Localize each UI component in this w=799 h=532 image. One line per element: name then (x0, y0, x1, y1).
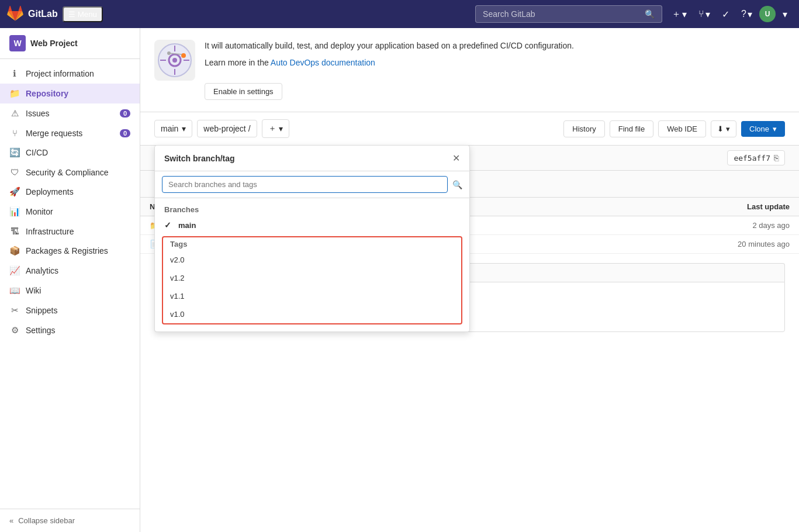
avatar-dropdown-button[interactable]: ▾ (778, 6, 792, 22)
sidebar-item-label: Snippets (26, 306, 57, 315)
sidebar-item-label: Security & Compliance (26, 168, 109, 177)
issues-icon: ⚠ (9, 108, 20, 119)
download-button[interactable]: ⬇ ▾ (711, 120, 736, 137)
branch-selector[interactable]: main ▾ (154, 120, 192, 137)
navbar: GitLab ☰ Menu 🔍 ＋ ▾ ⑂ ▾ ✓ ? ▾ U ▾ (0, 0, 799, 28)
clone-button[interactable]: Clone ▾ (741, 121, 785, 137)
autodevops-text: It will automatically build, test, and d… (205, 40, 785, 100)
collapse-icon: « (9, 516, 13, 525)
switch-branch-body: Branches ✓ main Tags v2.0 v1.2 v1.1 v1.0 (155, 198, 469, 331)
autodevops-banner: It will automatically build, test, and d… (140, 28, 799, 112)
merge-request-icon: ⑂ (698, 9, 704, 19)
tag-item-v11[interactable]: v1.1 (163, 287, 461, 305)
plus-icon: ＋ (672, 8, 681, 20)
project-name: Web Project (30, 39, 78, 48)
clone-label: Clone (749, 125, 769, 133)
tag-item-v20[interactable]: v2.0 (163, 251, 461, 269)
chevron-down-icon: ▾ (783, 9, 787, 20)
hamburger-icon: ☰ (68, 10, 75, 19)
sidebar: W Web Project ℹ Project information 📁 Re… (0, 28, 140, 532)
chevron-down-icon: ▾ (726, 125, 730, 133)
sidebar-project[interactable]: W Web Project (0, 28, 140, 59)
sidebar-item-wiki[interactable]: 📖 Wiki (0, 281, 140, 300)
checkmark-icon: ✓ (164, 220, 174, 230)
global-search[interactable]: 🔍 (475, 5, 662, 23)
switch-branch-close-button[interactable]: ✕ (452, 153, 460, 164)
branch-search-input[interactable] (162, 176, 448, 193)
copy-hash-button[interactable]: ⎘ (774, 153, 779, 163)
svg-point-7 (181, 53, 186, 58)
search-input[interactable] (483, 9, 640, 19)
find-file-button[interactable]: Find file (610, 120, 654, 137)
autodevops-link[interactable]: Auto DevOps documentation (271, 58, 375, 67)
sidebar-item-label: Wiki (26, 286, 41, 295)
sidebar-item-analytics[interactable]: 📈 Analytics (0, 261, 140, 281)
sidebar-item-label: CI/CD (26, 148, 48, 157)
sidebar-item-issues[interactable]: ⚠ Issues 0 (0, 103, 140, 123)
help-button[interactable]: ? ▾ (736, 6, 757, 22)
layout: W Web Project ℹ Project information 📁 Re… (0, 28, 799, 532)
copy-icon: ⎘ (774, 153, 779, 163)
history-button[interactable]: History (563, 120, 604, 137)
svg-point-2 (172, 58, 177, 63)
sidebar-item-label: Deployments (26, 187, 74, 196)
switch-branch-dropdown: Switch branch/tag ✕ 🔍 Branches ✓ main Ta… (154, 145, 470, 332)
chevron-down-icon: ▾ (773, 125, 777, 133)
sidebar-item-project-information[interactable]: ℹ Project information (0, 64, 140, 84)
autodevops-description: It will automatically build, test, and d… (205, 40, 785, 52)
create-button[interactable]: ＋ ▾ (667, 6, 691, 23)
tags-label: Tags (163, 237, 461, 251)
navbar-icons: ＋ ▾ ⑂ ▾ ✓ ? ▾ U ▾ (667, 6, 792, 23)
autodevops-illustration (154, 40, 195, 81)
chevron-down-icon: ▾ (279, 124, 283, 133)
sidebar-item-label: Repository (26, 89, 68, 98)
collapse-label: Collapse sidebar (18, 516, 75, 525)
sidebar-item-packages[interactable]: 📦 Packages & Registries (0, 241, 140, 261)
search-icon: 🔍 (452, 180, 462, 189)
merge-requests-button[interactable]: ⑂ ▾ (694, 6, 715, 22)
sidebar-item-deployments[interactable]: 🚀 Deployments (0, 182, 140, 202)
collapse-sidebar[interactable]: « Collapse sidebar (0, 509, 140, 532)
tag-item-v10[interactable]: v1.0 (163, 305, 461, 323)
sidebar-item-settings[interactable]: ⚙ Settings (0, 320, 140, 340)
settings-icon: ⚙ (9, 325, 20, 336)
web-ide-button[interactable]: Web IDE (658, 120, 706, 137)
dropdown-chevron-icon: ▾ (705, 9, 710, 20)
tag-item-v12[interactable]: v1.2 (163, 269, 461, 287)
todo-button[interactable]: ✓ (717, 6, 734, 22)
infrastructure-icon: 🏗 (9, 226, 20, 236)
tags-section: Tags v2.0 v1.2 v1.1 v1.0 (162, 236, 462, 324)
branch-dropdown-icon: ▾ (182, 124, 186, 133)
shield-icon: 🛡 (9, 167, 20, 177)
help-icon: ? (741, 9, 746, 19)
enable-settings-button[interactable]: Enable in settings (205, 83, 282, 100)
issues-badge: 0 (120, 109, 130, 118)
repo-toolbar: main ▾ web-project / ＋ ▾ History Find fi… (140, 112, 799, 146)
sidebar-item-label: Issues (26, 109, 49, 118)
branch-name: main (161, 124, 178, 133)
wiki-icon: 📖 (9, 285, 20, 296)
sidebar-item-cicd[interactable]: 🔄 CI/CD (0, 143, 140, 163)
gitlab-name: GitLab (28, 9, 58, 19)
branches-label: Branches (155, 203, 469, 216)
user-avatar[interactable]: U (759, 6, 776, 22)
plus-icon: ＋ (268, 123, 276, 134)
sidebar-item-repository[interactable]: 📁 Repository (0, 84, 140, 103)
sidebar-item-infrastructure[interactable]: 🏗 Infrastructure (0, 222, 140, 241)
analytics-icon: 📈 (9, 265, 20, 276)
sidebar-item-merge-requests[interactable]: ⑂ Merge requests 0 (0, 123, 140, 143)
dropdown-chevron-icon: ▾ (682, 9, 687, 20)
add-file-button[interactable]: ＋ ▾ (262, 119, 289, 138)
sidebar-item-snippets[interactable]: ✂ Snippets (0, 300, 140, 320)
sidebar-item-label: Monitor (26, 207, 53, 216)
menu-button[interactable]: ☰ Menu (63, 6, 103, 22)
gitlab-logo[interactable]: GitLab (7, 6, 58, 22)
sidebar-item-monitor[interactable]: 📊 Monitor (0, 202, 140, 222)
snippets-icon: ✂ (9, 305, 20, 316)
sidebar-item-label: Project information (26, 69, 94, 78)
branch-item-main[interactable]: ✓ main (155, 216, 469, 234)
sidebar-item-label: Infrastructure (26, 227, 74, 236)
gitlab-fox-icon (7, 6, 23, 22)
sidebar-item-security[interactable]: 🛡 Security & Compliance (0, 163, 140, 182)
todo-icon: ✓ (722, 9, 729, 20)
